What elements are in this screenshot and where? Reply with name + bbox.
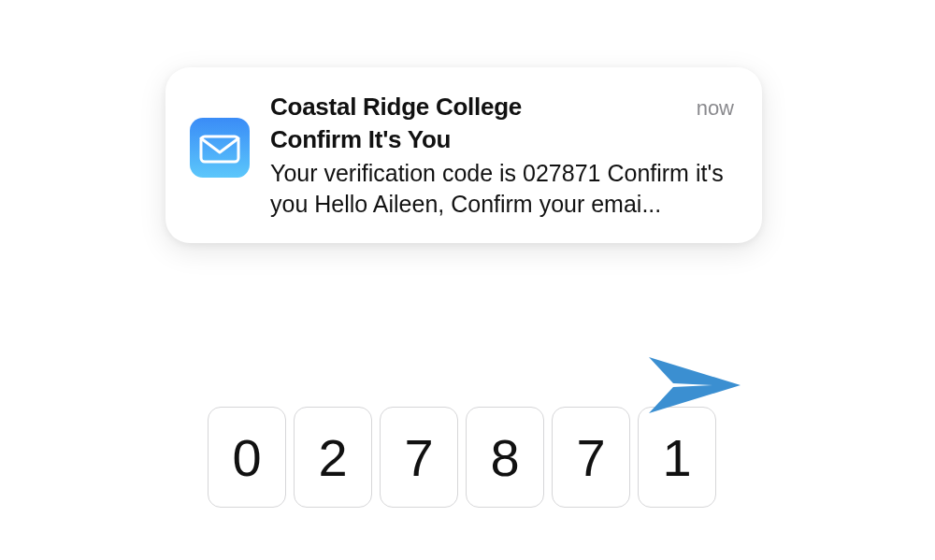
mail-app-icon	[190, 118, 250, 178]
notification-subject: Confirm It's You	[270, 124, 734, 155]
code-digit[interactable]: 1	[638, 407, 716, 508]
notification-header: Coastal Ridge College now	[270, 92, 734, 122]
notification-time: now	[697, 96, 734, 121]
paper-plane-icon	[647, 352, 744, 419]
verification-code-input[interactable]: 0 2 7 8 7 1	[208, 407, 716, 508]
send-button[interactable]	[647, 352, 744, 419]
notification-sender: Coastal Ridge College	[270, 92, 522, 122]
code-digit[interactable]: 0	[208, 407, 286, 508]
code-digit[interactable]: 7	[380, 407, 458, 508]
notification-body: Your verification code is 027871 Confirm…	[270, 158, 734, 219]
code-digit[interactable]: 2	[294, 407, 372, 508]
code-digit[interactable]: 8	[466, 407, 544, 508]
svg-rect-0	[190, 118, 250, 178]
notification-card[interactable]: Coastal Ridge College now Confirm It's Y…	[165, 67, 762, 243]
notification-content: Coastal Ridge College now Confirm It's Y…	[270, 92, 734, 219]
code-digit[interactable]: 7	[552, 407, 630, 508]
